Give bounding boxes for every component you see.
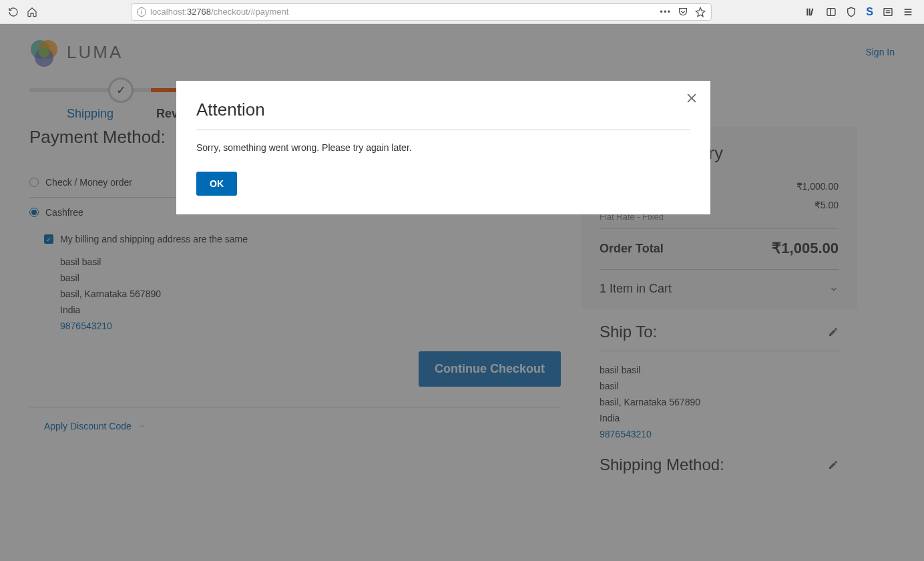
address-name: basil basil [60, 256, 561, 267]
cart-items-label: 1 Item in Cart [600, 282, 672, 296]
shipto-line1: basil [600, 381, 839, 391]
home-icon[interactable] [27, 7, 37, 17]
edit-icon[interactable] [828, 327, 839, 337]
logo-text: LUMA [67, 42, 123, 63]
step-marker-shipping: ✓ [108, 77, 134, 103]
same-address-label: My billing and shipping address are the … [60, 234, 248, 244]
modal-title: Attention [196, 100, 690, 130]
edit-icon[interactable] [828, 459, 839, 470]
pocket-icon[interactable] [678, 7, 688, 17]
browser-chrome: i localhost:32768/checkout/#payment ••• … [0, 0, 924, 24]
step-review-label: Rev [156, 107, 178, 121]
address-country: India [60, 305, 561, 315]
svg-point-14 [39, 47, 49, 57]
chevron-down-icon [138, 422, 146, 430]
continue-checkout-button[interactable]: Continue Checkout [419, 351, 561, 387]
same-address-checkbox[interactable]: ✓ [44, 234, 53, 244]
reload-icon[interactable] [8, 7, 19, 17]
shipto-name: basil basil [600, 365, 839, 375]
svg-rect-0 [807, 8, 808, 15]
radio-label: Check / Money order [45, 177, 132, 188]
apply-discount-link[interactable]: Apply Discount Code [44, 421, 561, 431]
svg-rect-2 [811, 8, 814, 15]
sidebar-icon[interactable] [826, 7, 837, 17]
billing-block: ✓ My billing and shipping address are th… [44, 234, 561, 331]
url-bar[interactable]: i localhost:32768/checkout/#payment ••• [131, 3, 712, 21]
total-value: ₹1,005.00 [772, 240, 839, 257]
step-shipping-label[interactable]: Shipping [67, 107, 113, 121]
shipping-value: ₹5.00 [815, 200, 839, 210]
shield-icon[interactable] [846, 7, 857, 17]
ship-to-section: Ship To: basil basil basil basil, Karnat… [581, 309, 857, 451]
s-extension-icon[interactable]: S [866, 6, 873, 18]
close-icon[interactable] [685, 91, 698, 105]
subtotal-value: ₹1,000.00 [796, 181, 839, 192]
star-icon[interactable] [695, 7, 706, 17]
payment-option-cashfree[interactable]: Cashfree ✓ My billing and shipping addre… [29, 198, 561, 396]
modal-body: Sorry, something went wrong. Please try … [196, 130, 690, 172]
address-line1: basil [60, 272, 561, 283]
attention-modal: Attention Sorry, something went wrong. P… [176, 81, 710, 214]
shipping-method-title: Shipping Method: [600, 455, 724, 474]
news-icon[interactable] [883, 7, 893, 17]
shipping-method-section: Shipping Method: [581, 451, 857, 481]
chevron-down-icon [829, 285, 839, 294]
logo[interactable]: LUMA [29, 37, 123, 67]
page-header: LUMA Sign In [29, 37, 895, 67]
library-icon[interactable] [806, 7, 817, 17]
cart-items-toggle[interactable]: 1 Item in Cart [600, 269, 839, 296]
address-line2: basil, Karnataka 567890 [60, 289, 561, 299]
shipto-phone[interactable]: 9876543210 [600, 429, 839, 439]
check-icon: ✓ [116, 83, 126, 98]
luma-logo-icon [29, 37, 59, 67]
info-icon[interactable]: i [137, 7, 146, 17]
ship-to-title: Ship To: [600, 323, 657, 341]
shipto-line2: basil, Karnataka 567890 [600, 397, 839, 407]
modal-ok-button[interactable]: OK [196, 172, 237, 196]
svg-rect-1 [809, 8, 811, 15]
more-icon[interactable]: ••• [660, 7, 671, 17]
svg-rect-3 [827, 8, 835, 15]
shipto-country: India [600, 413, 839, 423]
sign-in-link[interactable]: Sign In [865, 47, 895, 57]
radio-check-money[interactable] [29, 178, 39, 187]
billing-address: basil basil basil basil, Karnataka 56789… [60, 256, 561, 331]
url-text: localhost:32768/checkout/#payment [150, 7, 656, 17]
total-label: Order Total [600, 242, 664, 256]
menu-icon[interactable] [903, 7, 913, 17]
address-phone[interactable]: 9876543210 [60, 321, 561, 331]
discount-label: Apply Discount Code [44, 421, 132, 431]
radio-cashfree[interactable] [29, 208, 39, 217]
radio-label: Cashfree [45, 207, 83, 218]
